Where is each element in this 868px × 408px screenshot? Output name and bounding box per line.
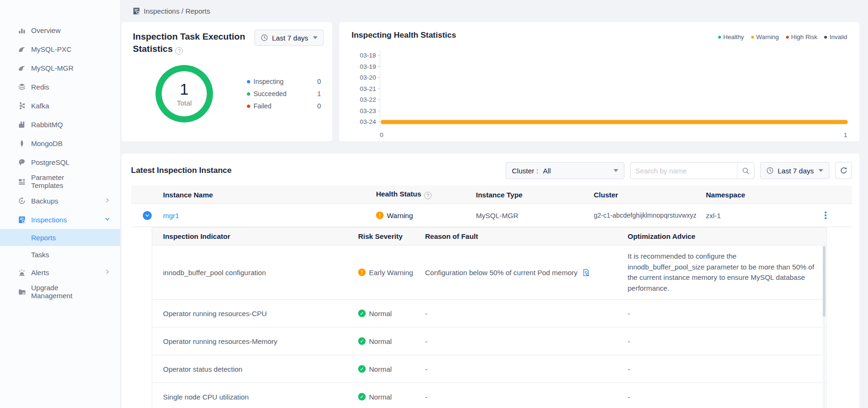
help-icon[interactable]: ? <box>175 47 183 55</box>
chart-row: 03-19 <box>352 61 847 73</box>
sidebar-item-kafka[interactable]: Kafka <box>0 96 120 115</box>
col-risk-severity: Risk Severity <box>358 232 425 240</box>
sidebar-item-label: Alerts <box>31 269 49 277</box>
instance-type-cell: MySQL-MGR <box>476 212 594 220</box>
card-title: Inspection Task Execution Statistics? <box>133 31 248 55</box>
sidebar-item-label: Upgrade Management <box>31 284 83 300</box>
sidebar-item-parameter-templates[interactable]: Parameter Templates <box>0 171 120 191</box>
breadcrumb[interactable]: Inspections / Reports <box>122 0 860 22</box>
reason-cell: - <box>425 393 628 401</box>
table-body: mgr1 ! Warning MySQL-MGR g2-c1-abcdefghi… <box>131 204 852 408</box>
sidebar-item-postgresql[interactable]: PostgreSQL <box>0 153 120 171</box>
help-icon[interactable]: ? <box>424 192 432 199</box>
cluster-filter-label: Cluster : <box>512 167 538 175</box>
caret-down-icon <box>313 36 318 39</box>
legend-item-healthy[interactable]: Healthy <box>718 33 744 41</box>
col-cluster: Cluster <box>594 191 706 199</box>
elephant-icon <box>18 158 26 166</box>
check-icon: ✓ <box>358 393 366 400</box>
sidebar-item-overview[interactable]: Overview <box>0 21 120 40</box>
sidebar-item-redis[interactable]: Redis <box>0 77 120 96</box>
legend-dot <box>247 80 250 83</box>
search-icon <box>742 167 750 175</box>
sidebar-item-label: Inspections <box>31 216 67 224</box>
reason-cell: - <box>425 310 628 318</box>
chart-row: 03-18 <box>352 50 847 61</box>
legend-dot <box>751 36 754 39</box>
task-donut-chart: 1 Total Inspecting 0 Succeeded <box>133 65 321 122</box>
advice-cell: - <box>628 393 827 401</box>
check-icon: ✓ <box>358 310 366 317</box>
sidebar-item-inspections[interactable]: Inspections <box>0 210 120 229</box>
legend-item-warning[interactable]: Warning <box>751 33 779 41</box>
chart-row: 03-22 <box>352 94 847 106</box>
indicator-cell: Operator running resources-Memory <box>152 337 358 345</box>
row-actions-menu[interactable] <box>799 212 852 219</box>
refresh-icon <box>840 167 848 175</box>
sidebar-item-label: Redis <box>31 83 49 91</box>
dolphin-icon <box>18 45 26 53</box>
legend-item-succeeded: Succeeded 1 <box>247 90 321 98</box>
sidebar-item-backups[interactable]: Backups <box>0 191 120 210</box>
legend-item-invalid[interactable]: Invalid <box>824 33 847 41</box>
refresh-button[interactable] <box>835 162 852 179</box>
sidebar-item-label: MySQL-PXC <box>31 45 72 53</box>
leaf-icon <box>18 139 26 147</box>
chart-row: 03-24 <box>352 116 847 128</box>
instance-row-mgr1: mgr1 ! Warning MySQL-MGR g2-c1-abcdefghi… <box>131 204 852 227</box>
backup-icon <box>18 197 26 205</box>
col-instance-type: Instance Type <box>476 191 594 199</box>
time-range-value: Last 7 days <box>778 167 814 175</box>
chart-row: 03-21 <box>352 83 847 95</box>
x-axis: 0 1 <box>380 131 847 139</box>
time-range-value: Last 7 days <box>272 34 308 42</box>
health-statistics-card: Inspecting Health Statistics Healthy War… <box>339 22 860 141</box>
instance-name-link[interactable]: mgr1 <box>163 212 179 220</box>
donut-center: 1 Total <box>162 71 207 116</box>
instances-table: Instance Name Health Status? Instance Ty… <box>131 186 852 408</box>
sidebar-item-alerts[interactable]: Alerts <box>0 263 120 282</box>
sidebar-item-rabbitmq[interactable]: RabbitMQ <box>0 115 120 134</box>
sidebar-item-label: Kafka <box>31 102 49 110</box>
check-icon: ✓ <box>358 365 366 373</box>
chevron-down-icon <box>104 216 111 224</box>
search-input[interactable] <box>631 167 737 175</box>
legend-item-high-risk[interactable]: High Risk <box>786 33 818 41</box>
sidebar-item-mysql-mgr[interactable]: MySQL-MGR <box>0 58 120 77</box>
time-range-dropdown[interactable]: Last 7 days <box>254 30 324 46</box>
cluster-filter-select[interactable]: Cluster : All <box>506 162 624 179</box>
advice-cell: It is recommended to configure the innod… <box>628 245 827 299</box>
col-instance-name: Instance Name <box>163 191 376 199</box>
alarm-icon <box>18 269 26 277</box>
sidebar-subitem-reports[interactable]: Reports <box>0 229 120 246</box>
col-health-status: Health Status? <box>376 190 476 199</box>
severity-cell: ! Early Warning <box>358 269 425 277</box>
donut-legend: Inspecting 0 Succeeded 1 Failed 0 <box>247 78 321 110</box>
detail-row: Operator running resources-Memory ✓ Norm… <box>152 327 827 355</box>
sidebar-item-mongodb[interactable]: MongoDB <box>0 134 120 153</box>
col-reason-of-fault: Reason of Fault <box>425 232 628 240</box>
reason-cell: - <box>425 337 628 345</box>
sidebar-subitem-tasks[interactable]: Tasks <box>0 246 120 263</box>
node-graph-icon <box>18 102 26 110</box>
health-legend: Healthy Warning High Risk Invalid <box>718 33 847 41</box>
health-bar-chart: 03-18 03-19 03-20 03-21 03-22 03-23 03-2… <box>352 50 847 139</box>
legend-item-failed: Failed 0 <box>247 102 321 110</box>
chevron-right-icon <box>104 269 111 277</box>
legend-dot <box>718 36 721 39</box>
latest-inspection-card: Latest Inspection Instance Cluster : All <box>122 154 860 408</box>
detail-row: Operator running resources-CPU ✓ Normal … <box>152 300 827 327</box>
search-button[interactable] <box>737 163 754 179</box>
advice-cell: - <box>628 337 827 345</box>
collapse-row-button[interactable] <box>143 211 152 220</box>
detail-scrollbar-thumb[interactable] <box>823 246 826 317</box>
chevron-right-icon <box>104 197 111 205</box>
indicator-cell: Operator running resources-CPU <box>152 310 358 318</box>
sidebar-item-upgrade-management[interactable]: Upgrade Management <box>0 282 120 302</box>
time-range-dropdown[interactable]: Last 7 days <box>760 162 829 179</box>
sidebar-item-mysql-pxc[interactable]: MySQL-PXC <box>0 40 120 58</box>
detail-scrollbar-track[interactable] <box>823 246 826 408</box>
search-box <box>630 162 754 179</box>
view-report-icon[interactable] <box>582 269 590 277</box>
reason-cell: - <box>425 365 628 373</box>
